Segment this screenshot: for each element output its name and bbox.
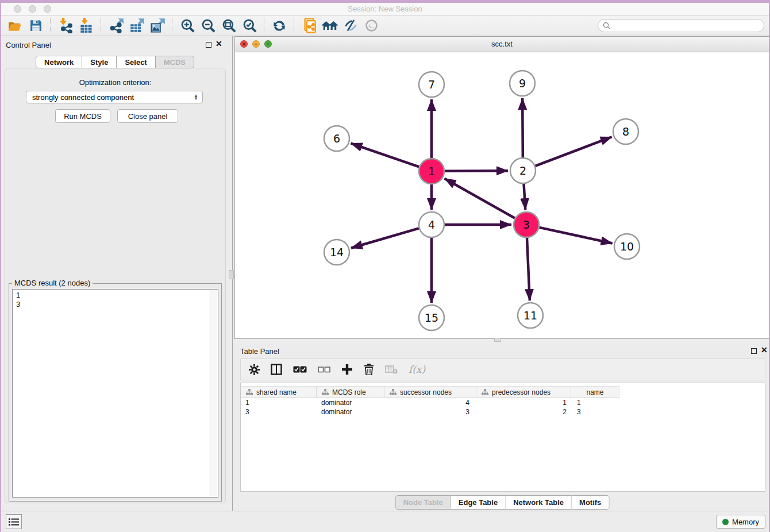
table-tabs: Node TableEdge TableNetwork TableMotifs bbox=[395, 495, 610, 510]
edge-3-11[interactable] bbox=[527, 238, 530, 300]
tab-node-table[interactable]: Node Table bbox=[395, 495, 451, 510]
tab-select[interactable]: Select bbox=[117, 56, 155, 68]
svg-text:7: 7 bbox=[428, 78, 435, 91]
application-window: Session: New Session bbox=[0, 0, 770, 532]
column-header-label: predecessor nodes bbox=[492, 388, 550, 396]
table-cell: 3 bbox=[384, 407, 476, 417]
tab-network-table[interactable]: Network Table bbox=[506, 495, 572, 510]
session-title: Session: New Session bbox=[0, 5, 770, 13]
edge-2-3[interactable] bbox=[523, 184, 525, 210]
tab-network[interactable]: Network bbox=[36, 56, 82, 68]
edge-2-9[interactable] bbox=[522, 98, 523, 157]
memory-button[interactable]: Memory bbox=[716, 515, 765, 529]
toolbar-separator bbox=[172, 18, 173, 33]
zoom-selected-icon[interactable] bbox=[239, 17, 260, 35]
add-column-icon[interactable] bbox=[341, 364, 353, 375]
table-body: 1dominator4113dominator323 bbox=[241, 398, 765, 417]
hide-panel-icon[interactable] bbox=[340, 17, 361, 35]
tab-mcds[interactable]: MCDS bbox=[156, 56, 194, 68]
table-row[interactable]: 3dominator323 bbox=[241, 407, 765, 417]
search-box[interactable] bbox=[598, 19, 764, 32]
graph-node-15[interactable]: 15 bbox=[419, 305, 444, 330]
unselect-all-icon[interactable] bbox=[318, 366, 330, 373]
close-panel-icon[interactable]: ✕ bbox=[215, 39, 222, 48]
graph-node-14[interactable]: 14 bbox=[324, 240, 349, 265]
home-icon[interactable] bbox=[319, 17, 340, 35]
tab-edge-table[interactable]: Edge Table bbox=[451, 495, 506, 510]
float-table-panel-icon[interactable] bbox=[751, 348, 757, 354]
table-panel-title: Table Panel bbox=[240, 347, 279, 356]
clone-network-icon[interactable] bbox=[299, 17, 319, 35]
network-canvas[interactable]: 7968124314101511 bbox=[235, 52, 769, 338]
edge-3-1[interactable] bbox=[445, 179, 515, 218]
export-image-icon[interactable] bbox=[147, 17, 168, 35]
tab-motifs[interactable]: Motifs bbox=[572, 495, 609, 510]
close-panel-button[interactable]: Close panel bbox=[117, 109, 178, 123]
refresh-icon[interactable] bbox=[269, 17, 290, 35]
graph-node-6[interactable]: 6 bbox=[324, 126, 349, 151]
search-input[interactable] bbox=[613, 21, 764, 30]
save-icon[interactable] bbox=[25, 17, 46, 35]
zoom-in-icon[interactable] bbox=[177, 17, 198, 35]
float-panel-icon[interactable] bbox=[206, 42, 211, 48]
svg-text:15: 15 bbox=[425, 311, 438, 324]
hierarchy-icon bbox=[390, 389, 396, 395]
toolbar-separator bbox=[50, 18, 51, 33]
result-scrollbar[interactable] bbox=[210, 290, 217, 496]
show-columns-icon[interactable] bbox=[271, 364, 282, 375]
zoom-out-icon[interactable] bbox=[198, 17, 218, 35]
column-header-predecessor-nodes[interactable]: predecessor nodes bbox=[476, 386, 571, 398]
column-header-successor-nodes[interactable]: successor nodes bbox=[384, 386, 476, 398]
criterion-dropdown[interactable]: strongly connected component ▲▼ bbox=[26, 91, 203, 103]
control-panel-title: Control Panel bbox=[6, 41, 51, 49]
column-header-label: shared name bbox=[256, 388, 297, 396]
edge-3-10[interactable] bbox=[539, 228, 612, 244]
settings-gear-icon[interactable] bbox=[249, 364, 260, 375]
table-cell: 3 bbox=[571, 407, 619, 417]
delete-column-icon[interactable] bbox=[364, 364, 374, 375]
edge-1-6[interactable] bbox=[351, 143, 419, 167]
graph-node-7[interactable]: 7 bbox=[419, 72, 444, 97]
zoom-fit-icon[interactable] bbox=[218, 17, 239, 35]
graph-node-4[interactable]: 4 bbox=[419, 212, 444, 237]
import-table-icon[interactable] bbox=[76, 17, 97, 35]
node-table: shared nameMCDS rolesuccessor nodesprede… bbox=[240, 383, 765, 492]
column-header-label: successor nodes bbox=[400, 388, 452, 396]
graph-node-9[interactable]: 9 bbox=[510, 71, 535, 96]
open-folder-icon[interactable] bbox=[5, 17, 25, 35]
graph-node-2[interactable]: 2 bbox=[510, 158, 536, 183]
column-header-MCDS-role[interactable]: MCDS role bbox=[317, 386, 384, 398]
graph-node-8[interactable]: 8 bbox=[613, 119, 638, 144]
table-row[interactable]: 1dominator411 bbox=[241, 398, 765, 407]
graph-node-11[interactable]: 11 bbox=[518, 303, 543, 328]
toolbar-separator bbox=[264, 18, 265, 33]
table-cell: dominator bbox=[317, 407, 384, 417]
graph-node-3[interactable]: 3 bbox=[514, 212, 539, 237]
export-network-icon[interactable] bbox=[106, 17, 126, 35]
control-panel: Control Panel ✕ NetworkStyleSelectMCDS O… bbox=[0, 36, 230, 511]
column-header-shared-name[interactable]: shared name bbox=[241, 386, 317, 398]
vertical-splitter-handle[interactable] bbox=[229, 270, 234, 279]
graph-node-10[interactable]: 10 bbox=[614, 234, 640, 259]
table-cell: 1 bbox=[241, 398, 317, 407]
graph-node-1[interactable]: 1 bbox=[419, 159, 444, 184]
tab-style[interactable]: Style bbox=[82, 56, 117, 68]
task-history-button[interactable] bbox=[6, 514, 22, 529]
select-all-icon[interactable] bbox=[293, 365, 307, 373]
edge-1-2[interactable] bbox=[445, 171, 508, 171]
edge-2-8[interactable] bbox=[536, 137, 612, 166]
close-table-panel-icon[interactable]: ✕ bbox=[761, 345, 768, 354]
export-table-icon[interactable] bbox=[126, 17, 147, 35]
run-mcds-button[interactable]: Run MCDS bbox=[55, 109, 110, 123]
mcds-result-area[interactable]: 1 3 bbox=[12, 289, 218, 498]
main-toolbar bbox=[0, 16, 770, 36]
column-header-name[interactable]: name bbox=[571, 386, 619, 398]
horizontal-splitter-handle[interactable] bbox=[494, 338, 501, 342]
mcds-result-group: MCDS result (2 nodes) 1 3 bbox=[9, 283, 222, 502]
edge-4-14[interactable] bbox=[351, 228, 419, 248]
network-window-titlebar[interactable]: ✕ − + scc.txt bbox=[235, 37, 769, 52]
svg-text:8: 8 bbox=[622, 125, 629, 138]
import-network-icon[interactable] bbox=[55, 17, 76, 35]
svg-text:3: 3 bbox=[523, 218, 530, 231]
show-eye-icon[interactable] bbox=[361, 17, 382, 35]
